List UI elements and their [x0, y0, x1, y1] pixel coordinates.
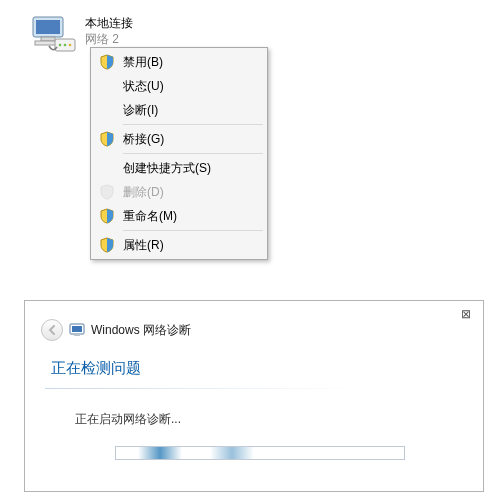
- menu-item-label: 诊断(I): [123, 102, 158, 119]
- menu-item-label: 桥接(G): [123, 131, 164, 148]
- dialog-header: Windows 网络诊断: [25, 301, 483, 347]
- shield-icon: [99, 184, 115, 200]
- adapter-context-menu: 禁用(B) 状态(U) 诊断(I) 桥接(G) 创建快捷方式(S) 删除(D) …: [90, 47, 268, 260]
- menu-item-label: 重命名(M): [123, 208, 177, 225]
- menu-item-delete: 删除(D): [93, 180, 265, 204]
- dialog-app-title: Windows 网络诊断: [91, 322, 191, 339]
- menu-item-properties[interactable]: 属性(R): [93, 233, 265, 257]
- shield-icon: [99, 208, 115, 224]
- menu-item-disable[interactable]: 禁用(B): [93, 50, 265, 74]
- menu-item-label: 禁用(B): [123, 54, 163, 71]
- menu-item-bridge[interactable]: 桥接(G): [93, 127, 265, 151]
- back-button[interactable]: [41, 319, 63, 341]
- network-adapter-icon: [29, 15, 77, 57]
- progress-bar: [115, 446, 405, 460]
- menu-separator: [123, 124, 263, 125]
- menu-item-diagnose[interactable]: 诊断(I): [93, 98, 265, 122]
- svg-rect-2: [41, 37, 55, 41]
- menu-item-label: 删除(D): [123, 184, 164, 201]
- dialog-status-text: 正在启动网络诊断...: [25, 389, 483, 428]
- menu-item-label: 属性(R): [123, 237, 164, 254]
- dialog-heading: 正在检测问题: [25, 347, 483, 382]
- adapter-subtitle: 网络 2: [85, 31, 133, 47]
- close-icon[interactable]: ⊠: [461, 307, 471, 321]
- svg-point-7: [69, 44, 72, 47]
- svg-rect-10: [74, 334, 80, 336]
- svg-rect-9: [72, 326, 82, 332]
- menu-item-label: 创建快捷方式(S): [123, 160, 211, 177]
- svg-rect-1: [36, 20, 60, 34]
- menu-item-create-shortcut[interactable]: 创建快捷方式(S): [93, 156, 265, 180]
- adapter-title: 本地连接: [85, 15, 133, 31]
- menu-item-status[interactable]: 状态(U): [93, 74, 265, 98]
- progress-segment: [210, 447, 254, 459]
- shield-icon: [99, 237, 115, 253]
- menu-separator: [123, 153, 263, 154]
- progress-segment: [138, 447, 182, 459]
- svg-point-6: [64, 44, 67, 47]
- diagnostics-app-icon: [69, 322, 85, 338]
- menu-separator: [123, 230, 263, 231]
- shield-icon: [99, 131, 115, 147]
- adapter-text-block: 本地连接 网络 2: [85, 15, 133, 47]
- dialog-title-row: Windows 网络诊断: [69, 322, 191, 339]
- shield-icon: [99, 54, 115, 70]
- menu-item-label: 状态(U): [123, 78, 164, 95]
- network-diagnostics-dialog: ⊠ Windows 网络诊断 正在检测问题 正在启动网络诊断...: [24, 300, 484, 492]
- menu-item-rename[interactable]: 重命名(M): [93, 204, 265, 228]
- svg-point-5: [59, 44, 62, 47]
